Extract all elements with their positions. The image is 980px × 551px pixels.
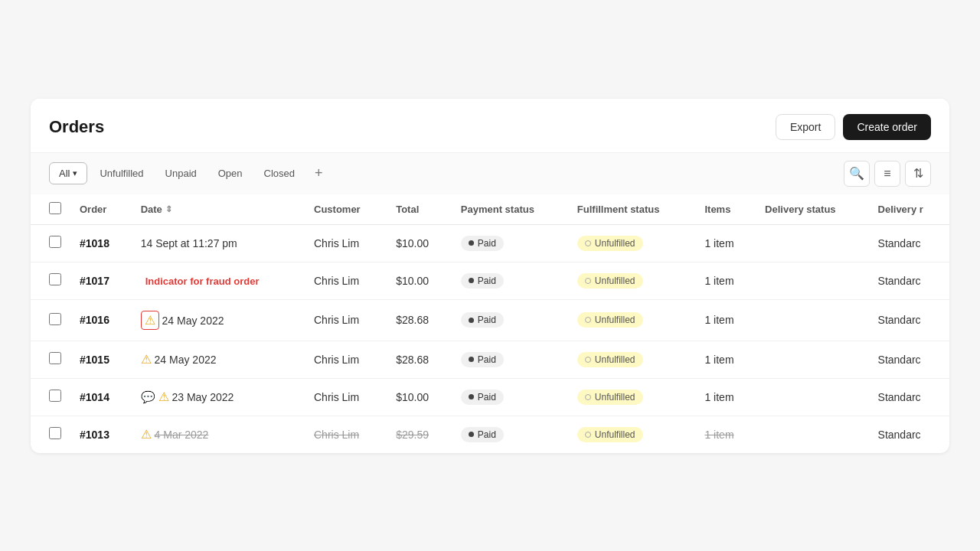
filters-bar: All ▾ Unfulfilled Unpaid Open Closed + 🔍… xyxy=(31,152,949,194)
delivery-r-value: Standarc xyxy=(878,429,921,441)
delivery-r-value: Standarc xyxy=(878,314,921,326)
delivery-r-value: Standarc xyxy=(878,391,921,403)
delivery-status-cell xyxy=(756,341,868,378)
warning-icon: ⚠ xyxy=(141,352,152,367)
payment-status-label: Paid xyxy=(478,354,496,365)
payment-status-label: Paid xyxy=(478,238,496,249)
payment-status-cell: Paid xyxy=(452,378,568,416)
items-count: 1 item xyxy=(704,314,733,326)
payment-status-badge: Paid xyxy=(461,352,504,367)
payment-status-label: Paid xyxy=(478,315,496,325)
fulfillment-status-label: Unfulfilled xyxy=(595,354,635,365)
delivery-status-cell xyxy=(756,416,868,453)
total-cell: $29.59 xyxy=(387,416,452,453)
row-checkbox[interactable] xyxy=(49,427,61,439)
delivery-r-cell: Standarc xyxy=(869,262,949,299)
row-checkbox[interactable] xyxy=(49,352,61,364)
filter-icon-button[interactable]: ≡ xyxy=(874,161,900,187)
order-number[interactable]: #1014 xyxy=(80,391,109,403)
order-header: Order xyxy=(70,194,132,225)
create-order-button[interactable]: Create order xyxy=(843,114,931,140)
row-checkbox[interactable] xyxy=(49,313,61,325)
filter-icon: ≡ xyxy=(884,167,890,181)
delivery-status-cell xyxy=(756,224,868,262)
search-button[interactable]: 🔍 xyxy=(844,161,870,187)
order-date: 4 Mar 2022 xyxy=(155,429,209,441)
total-cell: $10.00 xyxy=(387,262,452,299)
order-number[interactable]: #1018 xyxy=(80,237,109,249)
order-number[interactable]: #1015 xyxy=(80,354,109,366)
order-number-cell: #1015 xyxy=(70,341,132,378)
row-checkbox[interactable] xyxy=(49,390,61,402)
total-cell: $10.00 xyxy=(387,224,452,262)
fulfillment-status-badge: Unfulfilled xyxy=(577,352,643,367)
customer-cell: Chris Lim xyxy=(305,299,387,341)
payment-dot xyxy=(469,357,474,362)
fulfillment-circle xyxy=(585,278,591,284)
fulfillment-status-badge: Unfulfilled xyxy=(577,236,643,251)
order-number[interactable]: #1017 xyxy=(80,275,109,287)
delivery-r-cell: Standarc xyxy=(869,378,949,416)
fraud-indicator-label: Indicator for fraud order xyxy=(145,276,260,287)
delivery-r-cell: Standarc xyxy=(869,299,949,341)
warning-icon: ⚠ xyxy=(141,427,152,442)
sort-button[interactable]: ⇅ xyxy=(905,161,931,187)
items-count: 1 item xyxy=(704,237,733,249)
customer-cell: Chris Lim xyxy=(305,416,387,453)
total-cell: $28.68 xyxy=(387,341,452,378)
date-header[interactable]: Date ⇕ xyxy=(132,194,305,225)
order-total: $28.68 xyxy=(396,314,429,326)
items-cell: 1 item xyxy=(695,224,756,262)
items-cell: 1 item xyxy=(695,341,756,378)
payment-status-cell: Paid xyxy=(452,341,568,378)
payment-status-badge: Paid xyxy=(461,312,504,328)
header-actions: Export Create order xyxy=(776,114,931,140)
order-number-cell: #1013 xyxy=(70,416,132,453)
table-row: #1014💬 ⚠ 23 May 2022Chris Lim$10.00 Paid… xyxy=(31,378,949,416)
payment-status-badge: Paid xyxy=(461,390,504,405)
row-checkbox[interactable] xyxy=(49,236,61,248)
customer-cell: Chris Lim xyxy=(305,341,387,378)
page-wrapper: Orders Export Create order All ▾ Unfulfi… xyxy=(0,0,980,551)
payment-status-label: Paid xyxy=(478,429,496,440)
add-filter-button[interactable]: + xyxy=(307,161,331,186)
payment-status-header: Payment status xyxy=(452,194,568,225)
customer-name: Chris Lim xyxy=(314,275,359,287)
items-cell: 1 item xyxy=(695,262,756,299)
select-all-checkbox[interactable] xyxy=(49,202,61,214)
date-sort-icon: ⇕ xyxy=(165,204,172,214)
date-cell: 14 Sept at 11:27 pm xyxy=(132,224,305,262)
fulfillment-status-label: Unfulfilled xyxy=(595,392,635,403)
table-row: #101814 Sept at 11:27 pmChris Lim$10.00 … xyxy=(31,224,949,262)
fulfillment-status-badge: Unfulfilled xyxy=(577,273,643,289)
order-date: 23 May 2022 xyxy=(172,391,234,403)
filter-unpaid-tab[interactable]: Unpaid xyxy=(156,163,206,184)
payment-status-cell: Paid xyxy=(452,224,568,262)
fulfillment-status-header: Fulfillment status xyxy=(568,194,696,225)
filter-open-tab[interactable]: Open xyxy=(209,163,252,184)
order-number[interactable]: #1016 xyxy=(80,314,109,326)
items-cell: 1 item xyxy=(695,299,756,341)
row-checkbox[interactable] xyxy=(49,273,61,285)
customer-name: Chris Lim xyxy=(314,237,359,249)
delivery-status-header: Delivery status xyxy=(756,194,868,225)
order-number[interactable]: #1013 xyxy=(80,429,109,441)
customer-cell: Chris Lim xyxy=(305,378,387,416)
filter-unfulfilled-tab[interactable]: Unfulfilled xyxy=(90,163,152,184)
orders-header: Orders Export Create order xyxy=(31,99,949,152)
page-title: Orders xyxy=(49,117,104,137)
payment-status-cell: Paid xyxy=(452,416,568,453)
fulfillment-status-label: Unfulfilled xyxy=(595,315,635,325)
fulfillment-status-cell: Unfulfilled xyxy=(568,378,696,416)
items-count: 1 item xyxy=(704,429,733,441)
fulfillment-status-cell: Unfulfilled xyxy=(568,416,696,453)
filter-all-button[interactable]: All ▾ xyxy=(49,162,87,184)
table-row: #1015⚠ 24 May 2022Chris Lim$28.68 Paid U… xyxy=(31,341,949,378)
order-total: $29.59 xyxy=(396,429,429,441)
customer-cell: Chris Lim xyxy=(305,224,387,262)
filter-closed-tab[interactable]: Closed xyxy=(255,163,304,184)
customer-name: Chris Lim xyxy=(314,354,359,366)
customer-name: Chris Lim xyxy=(314,314,359,326)
export-button[interactable]: Export xyxy=(776,114,835,140)
delivery-r-cell: Standarc xyxy=(869,341,949,378)
